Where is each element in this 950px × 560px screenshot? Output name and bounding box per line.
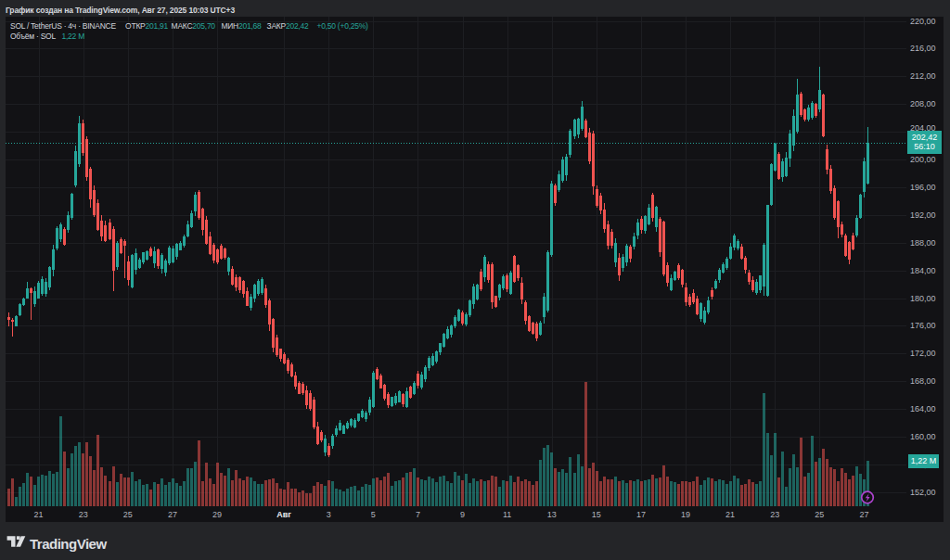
svg-text:TradingView: TradingView [30, 536, 107, 552]
